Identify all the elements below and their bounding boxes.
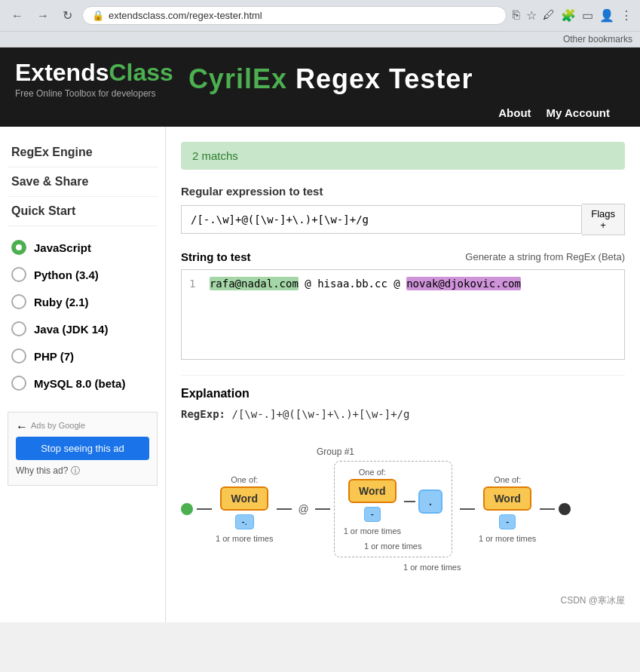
regexp-display: RegExp: /[\w-.]+@([\w-]+\.)+[\w-]+/g: [181, 408, 625, 420]
sidebar-item-regex-engine[interactable]: RegEx Engine: [8, 138, 158, 167]
main-layout: RegEx Engine Save & Share Quick Start Ja…: [0, 127, 640, 622]
header-nav: About My Account: [15, 99, 625, 127]
logo-text: ExtendsClass: [15, 59, 173, 87]
match-2: novak@djokovic.com: [406, 277, 521, 290]
line-3: [315, 508, 330, 510]
reload-button[interactable]: ↻: [59, 7, 76, 24]
flags-plus: +: [600, 219, 606, 231]
engine-option-php[interactable]: PHP (7): [8, 342, 158, 370]
logo-area: ExtendsClass Free Online Toolbox for dev…: [15, 59, 173, 99]
site-header: ExtendsClass Free Online Toolbox for dev…: [0, 48, 640, 127]
line-6: [540, 508, 555, 510]
puzzle-icon[interactable]: 🧩: [561, 8, 576, 23]
group-dot-label: .: [429, 496, 432, 508]
sidebar: RegEx Engine Save & Share Quick Start Ja…: [0, 127, 166, 622]
group-node-sub: -: [364, 507, 381, 522]
node3-top-label: One of:: [494, 475, 521, 484]
logo-extends: Extends: [15, 59, 109, 86]
explanation-section: Explanation RegExp: /[\w-.]+@([\w-]+\.)+…: [181, 375, 625, 607]
group-node-box: Word: [348, 479, 397, 503]
match-banner: 2 matchs: [181, 142, 625, 170]
regex-section-label: Regular expression to test: [181, 185, 625, 198]
extension-icon[interactable]: 🖊: [543, 8, 555, 23]
diagram-row: One of: Word -. 1 or more times @: [181, 461, 625, 557]
string-section-label: String to test: [181, 250, 251, 263]
group-dot-node: .: [418, 489, 442, 514]
my-account-link[interactable]: My Account: [547, 106, 610, 119]
group-node-1: One of: Word - 1 or more times: [344, 468, 401, 535]
at-connector: @: [296, 503, 311, 515]
line-2: [277, 508, 292, 510]
inner-line: [404, 501, 415, 502]
bookmark-item[interactable]: Other bookmarks: [563, 34, 632, 44]
node3-label: Word: [494, 492, 521, 505]
radio-javascript[interactable]: [11, 240, 26, 255]
why-ad-link[interactable]: Why this ad? ⓘ: [16, 465, 149, 477]
about-link[interactable]: About: [498, 106, 531, 119]
regexp-value: /[\w-.]+@([\w-]+\.)+[\w-]+/g: [231, 408, 409, 420]
radio-ruby[interactable]: [11, 294, 26, 309]
back-button[interactable]: ←: [8, 8, 27, 24]
node3-bottom: 1 or more times: [479, 534, 536, 543]
node3-sub: -: [499, 514, 516, 529]
watermark: CSDN @寒冰屋: [181, 594, 625, 607]
arrow-icon: ←: [16, 420, 28, 434]
sidebar-item-quick-start[interactable]: Quick Start: [8, 197, 158, 226]
engine-label-mysql: MySQL 8.0 (beta): [34, 377, 125, 390]
engine-option-java[interactable]: Java (JDK 14): [8, 315, 158, 342]
url-text: extendsclass.com/regex-tester.html: [109, 10, 262, 21]
engine-option-mysql[interactable]: MySQL 8.0 (beta): [8, 370, 158, 397]
bookmark-icon[interactable]: ☆: [526, 8, 537, 23]
diagram-start: [181, 503, 193, 515]
browser-chrome: ← → ↻ 🔒 extendsclass.com/regex-tester.ht…: [0, 0, 640, 32]
bookmark-bar: Other bookmarks: [0, 32, 640, 48]
regex-input[interactable]: [181, 205, 582, 234]
sidebar-item-save-share[interactable]: Save & Share: [8, 167, 158, 197]
forward-button[interactable]: →: [33, 8, 53, 24]
profile-icon[interactable]: 👤: [599, 8, 614, 23]
group-dashed: One of: Word - 1 or more times: [334, 461, 452, 557]
radio-python[interactable]: [11, 267, 26, 282]
node1-box: Word: [220, 486, 268, 511]
node-group-3: One of: Word - 1 or more times: [479, 475, 536, 543]
engine-label-javascript: JavaScript: [34, 241, 91, 254]
node1-top-label: One of:: [231, 475, 258, 484]
flags-button[interactable]: Flags +: [582, 204, 625, 235]
regexp-label: RegExp:: [181, 408, 225, 420]
engine-option-python[interactable]: Python (3.4): [8, 261, 158, 288]
test-string-row: String to test Generate a string from Re…: [181, 250, 625, 263]
group-inner-row: One of: Word - 1 or more times: [344, 468, 442, 535]
line-5: [460, 508, 475, 510]
test-string-container[interactable]: 1 rafa@nadal.com @ hisaa.bb.cc @ novak@d…: [181, 269, 625, 360]
group-node-top-label: One of:: [359, 468, 386, 477]
ads-by-label: Ads by Google: [31, 421, 85, 430]
node1-sub: -.: [235, 514, 254, 529]
engine-option-ruby[interactable]: Ruby (2.1): [8, 288, 158, 315]
engine-option-javascript[interactable]: JavaScript: [8, 234, 158, 261]
stop-seeing-ad-button[interactable]: Stop seeing this ad: [16, 437, 149, 460]
group1-label: Group #1: [317, 446, 354, 457]
outer-bottom-row: 1 or more times: [181, 560, 625, 572]
group-node-bottom: 1 or more times: [344, 526, 401, 535]
share-icon[interactable]: ⎘: [513, 8, 520, 23]
node-group-1: One of: Word -. 1 or more times: [216, 475, 273, 543]
logo-tagline: Free Online Toolbox for developers: [15, 88, 173, 99]
radio-mysql[interactable]: [11, 376, 26, 391]
menu-icon[interactable]: ⋮: [620, 8, 632, 23]
generate-label[interactable]: Generate a string from RegEx (Beta): [465, 251, 625, 262]
engine-label-java: Java (JDK 14): [34, 323, 108, 336]
window-icon[interactable]: ▭: [582, 8, 593, 23]
node1-label: Word: [231, 492, 258, 505]
explanation-title: Explanation: [181, 387, 625, 400]
logo-class: Class: [109, 59, 173, 86]
lock-icon: 🔒: [92, 10, 104, 21]
flags-label: Flags: [591, 208, 615, 219]
browser-toolbar: ⎘ ☆ 🖊 🧩 ▭ 👤 ⋮: [513, 8, 632, 23]
address-bar[interactable]: 🔒 extendsclass.com/regex-tester.html: [82, 6, 507, 25]
group-bottom-label: 1 or more times: [364, 542, 421, 551]
match-1: rafa@nadal.com: [210, 277, 299, 290]
radio-php[interactable]: [11, 348, 26, 364]
site-title-rest: Regex Tester: [287, 63, 473, 94]
engine-list: JavaScript Python (3.4) Ruby (2.1) Java …: [8, 234, 158, 397]
radio-java[interactable]: [11, 321, 26, 336]
